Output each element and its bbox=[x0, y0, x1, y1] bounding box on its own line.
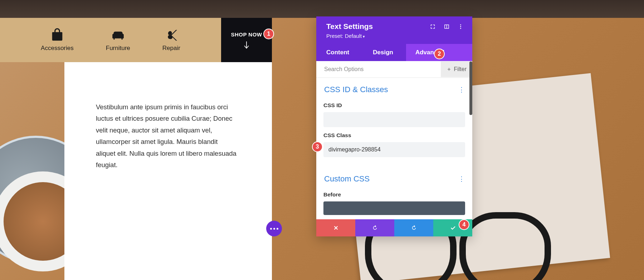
before-label: Before bbox=[323, 191, 465, 198]
css-class-label: CSS Class bbox=[323, 132, 465, 139]
panel-body: CSS ID & Classes ⋮ CSS ID CSS Class Cust… bbox=[316, 78, 472, 219]
content-card: Vestibulum ante ipsum primis in faucibus… bbox=[64, 62, 272, 280]
nav-item-repair[interactable]: Repair bbox=[162, 28, 180, 52]
kebab-menu-icon[interactable]: ⋮ bbox=[458, 176, 464, 182]
background-top-strip bbox=[0, 0, 644, 18]
more-options-fab[interactable] bbox=[266, 221, 282, 236]
panel-tabs: Content Design Advanced bbox=[316, 44, 472, 61]
undo-icon bbox=[372, 225, 378, 231]
annotation-badge-2: 2 bbox=[434, 49, 445, 59]
category-nav-left: Accessories Furniture Repair bbox=[0, 18, 221, 62]
columns-icon[interactable] bbox=[444, 24, 450, 30]
sofa-icon bbox=[111, 28, 125, 42]
svg-point-3 bbox=[460, 28, 461, 29]
bag-icon bbox=[50, 28, 64, 42]
kebab-menu-icon[interactable] bbox=[458, 24, 464, 30]
preset-dropdown[interactable]: Preset: Default bbox=[326, 33, 464, 39]
nav-label: Accessories bbox=[41, 45, 74, 52]
dot-icon bbox=[270, 228, 272, 230]
plus-icon bbox=[447, 67, 452, 72]
close-icon bbox=[333, 225, 339, 231]
undo-button[interactable] bbox=[355, 219, 394, 236]
section-custom-css[interactable]: Custom CSS ⋮ bbox=[323, 167, 465, 186]
css-id-label: CSS ID bbox=[323, 102, 465, 109]
cancel-button[interactable] bbox=[316, 219, 355, 236]
section-title: CSS ID & Classes bbox=[324, 85, 388, 94]
scissors-icon bbox=[165, 28, 178, 42]
css-id-input[interactable] bbox=[323, 112, 465, 127]
section-title: Custom CSS bbox=[324, 174, 370, 184]
expand-icon[interactable] bbox=[430, 24, 436, 30]
filter-label: Filter bbox=[454, 66, 467, 72]
panel-header: Text Settings Preset: Default bbox=[316, 16, 472, 44]
panel-scrollbar[interactable] bbox=[469, 61, 472, 115]
shop-now-label: SHOP NOW bbox=[231, 31, 262, 38]
nav-item-accessories[interactable]: Accessories bbox=[41, 28, 74, 52]
arrow-down-icon bbox=[243, 41, 250, 49]
nav-label: Furniture bbox=[106, 45, 130, 52]
annotation-badge-1: 1 bbox=[263, 29, 274, 39]
filter-button[interactable]: Filter bbox=[441, 61, 472, 77]
svg-point-2 bbox=[460, 26, 461, 27]
svg-point-1 bbox=[460, 24, 461, 25]
panel-search-row: Filter bbox=[316, 61, 472, 78]
annotation-badge-3: 3 bbox=[312, 141, 323, 152]
kebab-menu-icon[interactable]: ⋮ bbox=[458, 86, 464, 93]
before-code-input[interactable] bbox=[323, 201, 465, 215]
css-class-input[interactable] bbox=[323, 142, 465, 157]
tab-content[interactable]: Content bbox=[316, 44, 362, 61]
shop-now-button[interactable]: SHOP NOW bbox=[221, 18, 272, 62]
section-css-id-classes[interactable]: CSS ID & Classes ⋮ bbox=[323, 78, 465, 97]
nav-label: Repair bbox=[162, 45, 180, 52]
dot-icon bbox=[277, 228, 278, 230]
content-paragraph: Vestibulum ante ipsum primis in faucibus… bbox=[96, 101, 238, 171]
text-settings-panel: Text Settings Preset: Default Content De… bbox=[316, 16, 472, 236]
search-options-input[interactable] bbox=[323, 61, 441, 78]
redo-button[interactable] bbox=[394, 219, 433, 236]
annotation-badge-4: 4 bbox=[459, 219, 469, 230]
check-icon bbox=[450, 225, 456, 231]
panel-title: Text Settings bbox=[326, 22, 373, 31]
tab-design[interactable]: Design bbox=[362, 44, 406, 61]
nav-item-furniture[interactable]: Furniture bbox=[106, 28, 130, 52]
panel-footer bbox=[316, 219, 472, 236]
redo-icon bbox=[411, 225, 417, 231]
dot-icon bbox=[273, 228, 275, 230]
category-navbar: Accessories Furniture Repair SHOP NOW bbox=[0, 18, 272, 62]
